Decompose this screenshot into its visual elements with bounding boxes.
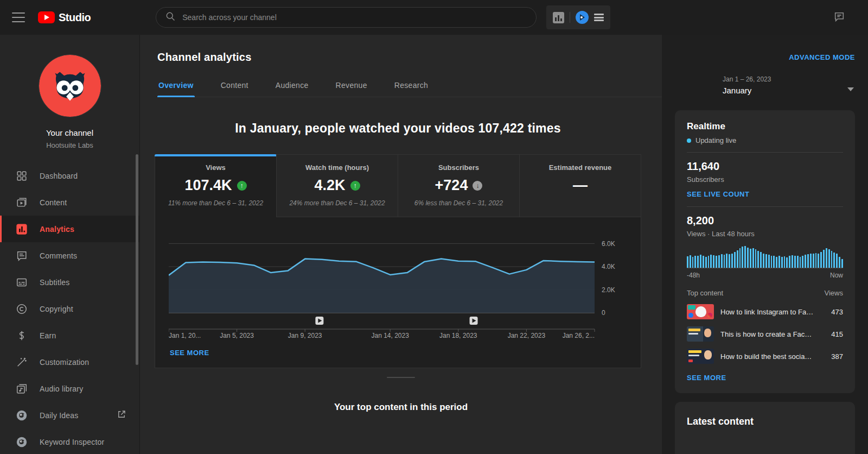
sidebar-item-earn[interactable]: Earn [0,322,139,349]
earn-icon [16,330,28,342]
views-line-chart[interactable]: 02.0K4.0K6.0KJan 1, 20...Jan 5, 2023Jan … [155,217,641,341]
top-content-views-label: Views [825,289,843,297]
youtube-studio-app: Studio [0,0,868,454]
sparkline-bar [836,254,838,268]
sidebar-scrollbar[interactable] [136,154,138,365]
sparkline-bar [792,255,793,268]
thumbnail-art [704,329,711,337]
tab-revenue[interactable]: Revenue [335,81,368,97]
sidebar-item-comments[interactable]: Comments [0,242,139,269]
extension-menu-icon[interactable] [594,14,604,21]
sidebar-item-content[interactable]: Content [0,189,139,216]
sparkline-bar [731,254,733,268]
divider [687,152,843,153]
sparkline-bar [833,253,835,268]
top-content-row[interactable]: How to link Instagram to Fa…473 [687,304,843,319]
metric-value: 4.2K↑ [282,177,392,194]
realtime-title: Realtime [687,121,843,132]
metric-value-text: 4.2K [314,177,345,194]
sparkline-bar [716,256,717,268]
sidebar-item-dashboard[interactable]: Dashboard [0,162,139,189]
metric-value-text: +724 [435,177,468,194]
owl-icon [16,409,28,421]
tab-audience[interactable]: Audience [275,81,310,97]
sparkline-bar [705,257,707,268]
sidebar-item-subtitles[interactable]: Subtitles [0,269,139,295]
sparkline-bar [781,257,783,268]
metric-comparison-note: 6% less than Dec 6 – 31, 2022 [404,199,514,207]
sidebar-item-keyword-inspector[interactable]: Keyword Inspector [0,428,139,454]
top-content-view-count: 473 [831,308,843,316]
tab-overview[interactable]: Overview [157,81,195,97]
see-more-link[interactable]: SEE MORE [170,349,209,357]
sparkline-bar [778,256,780,268]
sparkline-bar [742,247,743,268]
realtime-see-more-link[interactable]: SEE MORE [687,374,726,382]
sparkline-left-label: -48h [687,272,700,279]
metric-tab-estimated-revenue[interactable]: Estimated revenue— [519,155,641,217]
see-live-count-link[interactable]: SEE LIVE COUNT [687,190,749,198]
sparkline-bar [826,248,827,268]
trend-up-icon: ↑ [237,181,247,191]
video-thumbnail [687,349,714,364]
live-dot-icon [687,138,691,143]
metric-comparison-note [525,199,635,207]
youtube-studio-logo[interactable]: Studio [38,11,91,24]
menu-hamburger-button[interactable] [12,12,25,22]
sparkline-bar [805,255,806,268]
metric-label: Subscribers [404,163,514,172]
realtime-subscribers-label: Subscribers [687,175,843,184]
sidebar-item-label: Comments [40,251,77,260]
tab-content[interactable]: Content [220,81,250,97]
sparkline-bar [721,254,723,268]
metric-value: — [525,177,635,194]
realtime-status: Updating live [687,136,843,144]
realtime-views-label: Views · Last 48 hours [687,230,843,238]
sparkline-bar [794,256,796,268]
sparkline-bar [760,252,762,268]
sparkline-bar [692,257,694,268]
extension-chart-icon[interactable] [553,12,564,23]
realtime-views-sparkline[interactable] [687,245,843,268]
metric-tab-views[interactable]: Views107.4K↑11% more than Dec 6 – 31, 20… [155,155,276,217]
top-content-row[interactable]: This is how to create a Fac…415 [687,326,843,342]
top-content-row[interactable]: How to build the best socia…387 [687,349,843,364]
date-range-picker[interactable]: Jan 1 – 26, 2023 January [675,75,855,95]
sidebar: Your channel Hootsuite Labs DashboardCon… [0,35,140,454]
sparkline-bar [710,255,712,268]
sparkline-bar [820,252,822,268]
search-input[interactable] [182,13,527,22]
thumbnail-art [688,333,698,335]
top-content-section-title: Your top content in this period [140,402,662,413]
sidebar-item-audio-library[interactable]: Audio library [0,375,139,402]
metric-tab-watch-time-hours-[interactable]: Watch time (hours)4.2K↑24% more than Dec… [276,155,398,217]
sparkline-bar [784,256,786,268]
sidebar-item-analytics[interactable]: Analytics [0,216,139,242]
sparkline-bar [700,255,701,268]
sparkline-bar [690,255,691,268]
tab-research[interactable]: Research [393,81,429,97]
realtime-status-text: Updating live [695,136,736,144]
sidebar-item-customization[interactable]: Customization [0,349,139,375]
sparkline-bar [771,256,773,268]
latest-content-card: Latest content [675,402,855,454]
sparkline-bar [737,250,738,268]
hootsuite-owl-icon[interactable] [576,11,589,24]
top-content-title: Top content [687,289,723,297]
main-scroll-area: In January, people watched your videos 1… [140,97,662,454]
sparkline-bar [687,256,688,268]
feedback-icon[interactable] [833,11,845,24]
sparkline-bar [755,249,757,268]
thumbnail-art [688,350,701,353]
svg-text:Jan 1, 20...: Jan 1, 20... [169,332,201,339]
channel-avatar[interactable] [39,54,101,117]
chevron-down-icon [847,87,854,91]
advanced-mode-link[interactable]: ADVANCED MODE [789,53,855,61]
sidebar-item-copyright[interactable]: Copyright [0,295,139,322]
sidebar-item-label: Subtitles [40,278,70,287]
sidebar-item-daily-ideas[interactable]: Daily Ideas [0,402,139,428]
search-icon [165,11,176,24]
metric-label: Watch time (hours) [282,163,392,172]
metric-tab-subscribers[interactable]: Subscribers+724↓6% less than Dec 6 – 31,… [398,155,519,217]
sparkline-bar [765,254,767,268]
